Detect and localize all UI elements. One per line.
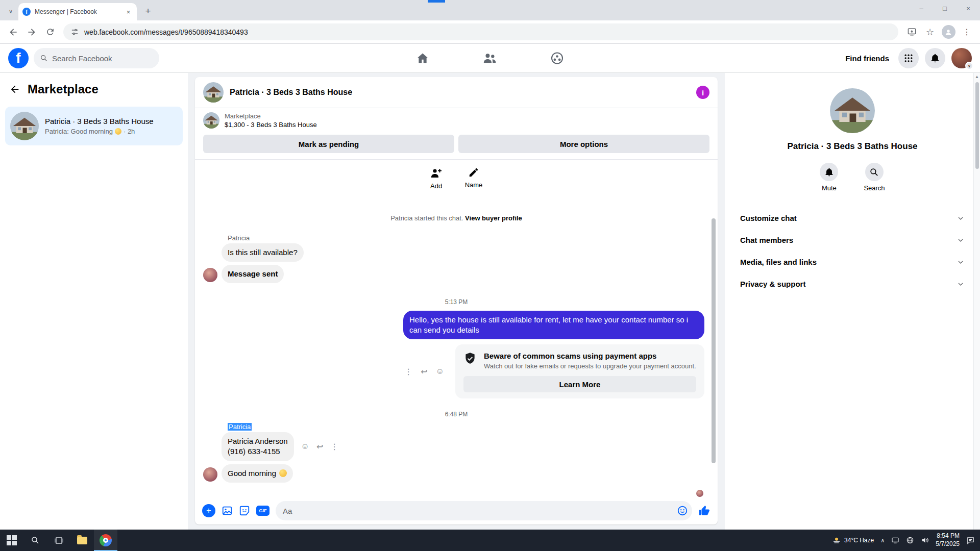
- more-options-button[interactable]: More options: [458, 135, 709, 153]
- chat-title[interactable]: Patricia · 3 Beds 3 Baths House: [230, 88, 352, 97]
- facebook-logo-icon[interactable]: f: [8, 48, 29, 68]
- bookmark-star-icon[interactable]: ☆: [922, 24, 938, 40]
- display-cast-icon[interactable]: [891, 536, 899, 544]
- sender-label-selected: Patricia: [228, 423, 709, 431]
- message-list[interactable]: Add Name Patricia started this chat. Vie…: [195, 160, 718, 497]
- find-friends-link[interactable]: Find friends: [845, 54, 889, 63]
- person-add-icon: [430, 167, 443, 179]
- account-avatar[interactable]: ∨: [951, 48, 972, 68]
- view-buyer-profile-link[interactable]: View buyer profile: [465, 214, 522, 222]
- back-arrow-icon[interactable]: [9, 84, 20, 95]
- emoji-picker-icon[interactable]: [677, 505, 688, 516]
- outgoing-message-bubble[interactable]: Hello, yes the house is still available …: [403, 311, 704, 339]
- message-input[interactable]: Aa: [276, 501, 692, 520]
- new-tab-button[interactable]: +: [141, 4, 155, 18]
- reload-icon[interactable]: [42, 24, 58, 40]
- details-sections: Customize chat Chat members Media, files…: [725, 207, 980, 295]
- task-view-button[interactable]: [47, 530, 70, 551]
- like-thumb-icon[interactable]: [698, 505, 710, 517]
- groups-tab[interactable]: [550, 51, 565, 65]
- reply-icon[interactable]: ↩: [316, 442, 323, 452]
- sender-avatar[interactable]: [203, 268, 217, 282]
- mark-as-pending-button[interactable]: Mark as pending: [203, 135, 454, 153]
- message-bubble[interactable]: Message sent: [222, 265, 284, 283]
- action-center-icon[interactable]: [966, 536, 975, 545]
- volume-icon[interactable]: [921, 536, 929, 544]
- learn-more-button[interactable]: Learn More: [463, 376, 696, 392]
- attach-photo-icon[interactable]: [222, 505, 233, 516]
- address-bar[interactable]: web.facebook.com/messages/t/965088941834…: [63, 23, 898, 40]
- section-customize-chat[interactable]: Customize chat: [734, 207, 971, 229]
- message-menu-kebab-icon[interactable]: ⋮: [330, 442, 338, 452]
- scrollbar-thumb[interactable]: [975, 82, 979, 169]
- sender-avatar[interactable]: [203, 467, 217, 482]
- friends-tab[interactable]: [483, 51, 497, 65]
- browser-toolbar: web.facebook.com/messages/t/965088941834…: [0, 20, 980, 44]
- close-button[interactable]: ×: [957, 0, 980, 16]
- home-tab[interactable]: [416, 52, 430, 65]
- mute-button[interactable]: Mute: [820, 163, 838, 192]
- task-view-icon: [54, 536, 64, 545]
- tab-list-chevron-icon[interactable]: ∨: [4, 5, 17, 18]
- sticker-icon[interactable]: [239, 505, 250, 516]
- taskbar-search-button[interactable]: [23, 530, 47, 551]
- network-globe-icon[interactable]: [906, 536, 914, 544]
- facebook-top-nav: f Search Facebook Find friends: [0, 44, 980, 73]
- maximize-button[interactable]: □: [933, 0, 957, 16]
- chat-quick-tools: Add Name: [203, 167, 709, 190]
- gif-icon[interactable]: GIF: [256, 506, 270, 516]
- timestamp: 5:13 PM: [203, 298, 709, 306]
- forward-icon[interactable]: [23, 24, 40, 40]
- install-app-icon[interactable]: [903, 24, 920, 40]
- section-chat-members[interactable]: Chat members: [734, 229, 971, 251]
- message-menu-kebab-icon[interactable]: ⋮: [404, 367, 412, 377]
- browser-menu-kebab-icon[interactable]: ⋮: [959, 24, 975, 40]
- conversation-list-item[interactable]: Patricia · 3 Beds 3 Baths House Patricia…: [5, 107, 183, 145]
- facebook-search-input[interactable]: Search Facebook: [34, 48, 159, 68]
- account-chevron-icon: ∨: [965, 62, 973, 70]
- taskbar-clock[interactable]: 8:54 PM 5/7/2025: [936, 532, 960, 548]
- timestamp: 6:48 PM: [203, 411, 709, 418]
- composer-plus-icon[interactable]: +: [202, 504, 215, 517]
- weather-widget[interactable]: 34°C Haze: [832, 536, 874, 545]
- message-bubble[interactable]: Good morning: [222, 464, 293, 483]
- scroll-up-arrow-icon[interactable]: ▲: [975, 74, 979, 79]
- message-bubble-phone[interactable]: Patricia Anderson (916) 633-4155: [222, 432, 294, 461]
- search-placeholder: Search Facebook: [52, 54, 112, 63]
- marketplace-listing-banner[interactable]: Marketplace $1,300 - 3 Beds 3 Baths Hous…: [195, 108, 718, 132]
- reply-icon[interactable]: ↩: [421, 367, 427, 377]
- chat-scrollbar[interactable]: [712, 218, 716, 463]
- minimize-button[interactable]: –: [910, 0, 933, 16]
- section-media-files-links[interactable]: Media, files and links: [734, 251, 971, 273]
- add-people-button[interactable]: Add: [430, 167, 443, 190]
- details-avatar[interactable]: [830, 88, 875, 133]
- back-icon[interactable]: [5, 24, 21, 40]
- chrome-taskbar-button[interactable]: [94, 530, 117, 551]
- conversation-info-icon[interactable]: i: [696, 86, 709, 99]
- section-privacy-support[interactable]: Privacy & support: [734, 273, 971, 295]
- search-in-conversation-button[interactable]: Search: [864, 163, 885, 192]
- tray-expand-chevron-icon[interactable]: ∧: [880, 537, 885, 544]
- rename-chat-button[interactable]: Name: [465, 167, 483, 190]
- notifications-button[interactable]: [925, 48, 945, 68]
- chat-avatar[interactable]: [203, 82, 224, 103]
- site-info-icon[interactable]: [70, 28, 79, 36]
- tab-close-icon[interactable]: ×: [124, 8, 133, 16]
- search-icon: [40, 54, 48, 62]
- chevron-down-icon: [957, 214, 965, 222]
- browser-tab[interactable]: f Messenger | Facebook ×: [18, 3, 137, 20]
- browser-profile-avatar[interactable]: [940, 24, 957, 40]
- home-icon: [416, 52, 430, 65]
- react-smiley-icon[interactable]: ☺: [436, 367, 444, 377]
- start-button[interactable]: [0, 530, 23, 551]
- seen-indicator-row: [203, 490, 709, 497]
- conversation-details-panel: Patricia · 3 Beds 3 Baths House Mute Sea…: [725, 73, 980, 530]
- message-bubble[interactable]: Is this still available?: [222, 243, 304, 262]
- file-explorer-button[interactable]: [70, 530, 94, 551]
- section-label: Privacy & support: [740, 280, 805, 288]
- url-text[interactable]: web.facebook.com/messages/t/965088941834…: [84, 28, 248, 36]
- page-scrollbar[interactable]: ▲: [973, 73, 980, 530]
- react-smiley-icon[interactable]: ☺: [301, 442, 309, 451]
- apps-menu-button[interactable]: [898, 48, 919, 68]
- section-label: Media, files and links: [740, 258, 817, 266]
